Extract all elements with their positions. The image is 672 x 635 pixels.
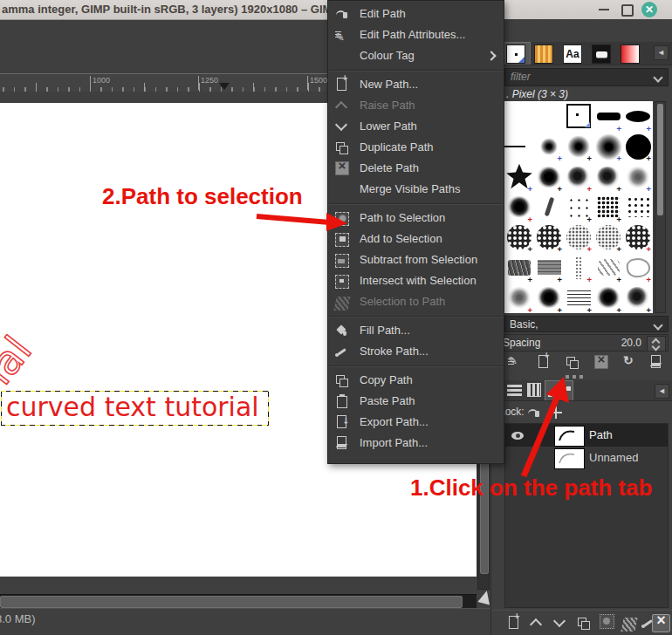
copy-icon: [335, 373, 349, 387]
menu-item-lower-path[interactable]: Lower Path: [328, 116, 504, 137]
menu-item-edit-path-attributes[interactable]: Edit Path Attributes...: [328, 24, 504, 45]
brush-cell[interactable]: [623, 192, 653, 222]
brush-cell[interactable]: +: [593, 132, 623, 162]
brush-cell[interactable]: +: [564, 283, 593, 313]
horizontal-scrollbar[interactable]: [0, 594, 477, 608]
brush-cell[interactable]: [504, 101, 534, 132]
selection-to-path-icon[interactable]: [621, 618, 637, 632]
brush-cell[interactable]: +: [623, 132, 653, 162]
path-name[interactable]: Unnamed: [589, 451, 638, 464]
status-bar: 8.0 MB): [0, 608, 490, 635]
lower-path-icon[interactable]: [553, 619, 567, 633]
menu-item-add-to-selection[interactable]: Add to Selection: [328, 229, 504, 249]
new-path-icon[interactable]: [507, 616, 521, 630]
brush-cell[interactable]: +: [593, 192, 623, 222]
subtract-selection-icon: [335, 254, 349, 268]
menu-item-raise-path[interactable]: Raise Path: [328, 95, 504, 116]
brush-cell[interactable]: +: [504, 222, 534, 253]
menu-item-merge-visible-paths[interactable]: Merge Visible Paths: [328, 179, 504, 200]
delete-brush-icon[interactable]: [594, 355, 608, 369]
menu-item-import-path[interactable]: Import Path...: [328, 433, 504, 454]
tab-tool-presets[interactable]: [592, 44, 611, 64]
tab-brushes[interactable]: [506, 44, 525, 64]
menu-item-duplicate-path[interactable]: Duplicate Path: [328, 137, 504, 158]
brush-cell[interactable]: +: [623, 101, 653, 132]
brush-list-scrollbar-thumb[interactable]: [657, 104, 663, 215]
brush-cell[interactable]: +: [593, 222, 623, 253]
brush-spacing-slider[interactable]: Spacing 20.0: [493, 334, 669, 352]
menu-item-stroke-path[interactable]: Stroke Path...: [328, 341, 504, 362]
delete-path-icon[interactable]: [652, 614, 670, 632]
chevron-down-icon[interactable]: [653, 320, 662, 330]
menu-item-edit-path[interactable]: Edit Path: [328, 3, 504, 24]
brush-cell[interactable]: +: [564, 132, 593, 162]
refresh-brushes-icon[interactable]: [623, 355, 637, 369]
menu-item-copy-path[interactable]: Copy Path: [328, 370, 504, 391]
duplicate-brush-icon[interactable]: [566, 355, 579, 369]
brush-cell[interactable]: +: [593, 283, 623, 313]
close-button[interactable]: ✕: [641, 2, 657, 17]
duplicate-path-icon[interactable]: [577, 616, 591, 630]
menu-separator: [328, 66, 504, 74]
new-brush-icon[interactable]: [537, 355, 551, 369]
dock-menu-arrow-icon[interactable]: ◄: [655, 384, 669, 399]
annotation-arrow-to-paths-tab: [513, 375, 576, 481]
brush-cell[interactable]: [534, 101, 564, 132]
restore-button[interactable]: [621, 4, 634, 17]
brush-cell[interactable]: +: [504, 283, 534, 313]
brush-cell[interactable]: +: [534, 222, 564, 253]
path-name[interactable]: Path: [589, 428, 613, 441]
brush-filter-input[interactable]: filter: [504, 68, 669, 86]
brush-group-name: Basic,: [510, 318, 538, 331]
brush-cell[interactable]: [534, 192, 564, 222]
menu-item-colour-tag[interactable]: Colour Tag: [328, 45, 504, 66]
brush-cell[interactable]: +: [504, 252, 534, 283]
brush-cell[interactable]: +: [623, 252, 653, 283]
brush-cell[interactable]: +: [593, 252, 623, 283]
brush-cell[interactable]: +: [534, 132, 564, 162]
menu-item-paste-path[interactable]: Paste Path: [328, 391, 504, 412]
brush-cell[interactable]: +: [504, 192, 534, 222]
tab-gradients[interactable]: [621, 44, 640, 64]
brush-cell[interactable]: +: [623, 161, 653, 192]
tab-fonts[interactable]: Aa: [563, 44, 582, 64]
menu-item-subtract-from-selection[interactable]: Subtract from Selection: [328, 249, 504, 270]
submenu-arrow-icon: [486, 51, 496, 60]
menu-separator: [328, 312, 504, 320]
brush-cell-selected[interactable]: [564, 101, 593, 132]
rotated-path-text: ial: [0, 327, 41, 393]
brush-cell[interactable]: [504, 132, 534, 162]
chevron-down-icon[interactable]: [653, 72, 662, 82]
path-to-selection-icon[interactable]: [600, 614, 614, 629]
brush-cell[interactable]: +: [504, 161, 534, 192]
brush-cell[interactable]: +: [564, 161, 593, 192]
brush-cell[interactable]: +: [593, 101, 623, 132]
brush-cell[interactable]: +: [534, 161, 564, 192]
minimize-button[interactable]: [599, 9, 609, 10]
brush-cell[interactable]: +: [534, 252, 564, 283]
spacing-spinner[interactable]: [647, 336, 666, 352]
brush-cell[interactable]: +: [623, 283, 653, 313]
brush-cell[interactable]: +: [564, 192, 593, 222]
menu-item-export-path[interactable]: Export Path...: [328, 412, 504, 433]
menu-item-fill-path[interactable]: Fill Path...: [328, 320, 504, 341]
tab-patterns[interactable]: [534, 44, 553, 64]
menu-item-delete-path[interactable]: Delete Path: [328, 158, 504, 179]
panel-menu-arrow-icon[interactable]: ◄: [654, 45, 669, 60]
menu-item-intersect-with-selection[interactable]: Intersect with Selection: [328, 270, 504, 291]
menu-item-new-path[interactable]: New Path...: [328, 74, 504, 95]
raise-path-icon[interactable]: [530, 619, 544, 633]
brush-group-dropdown[interactable]: Basic,: [504, 316, 669, 332]
brush-cell[interactable]: +: [564, 252, 593, 283]
brush-cell[interactable]: +: [534, 283, 564, 313]
open-brush-icon[interactable]: [649, 355, 663, 369]
edit-brush-icon[interactable]: [508, 355, 522, 369]
menu-item-selection-to-path[interactable]: Selection to Path: [328, 291, 504, 312]
menu-item-path-to-selection[interactable]: Path to Selection: [328, 208, 504, 229]
brush-cell[interactable]: +: [593, 161, 623, 192]
brush-list-scrollbar[interactable]: [655, 101, 666, 313]
brush-cell[interactable]: +: [623, 222, 653, 253]
horizontal-scrollbar-thumb[interactable]: [0, 596, 463, 608]
brush-grid[interactable]: + + + + + + + + + + + + + + + + + + + + …: [504, 101, 653, 313]
brush-cell[interactable]: +: [564, 222, 593, 253]
